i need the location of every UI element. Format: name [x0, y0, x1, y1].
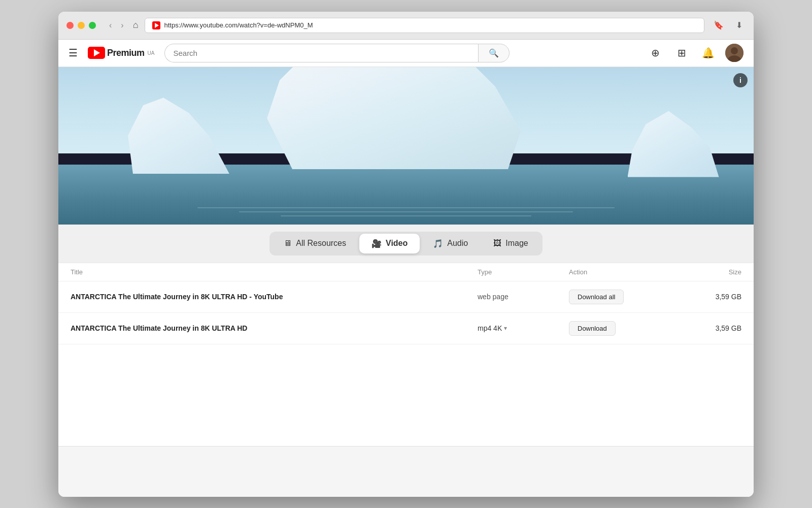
youtube-logo-icon [88, 47, 105, 59]
col-size: Size [681, 268, 741, 276]
site-favicon [152, 21, 160, 29]
col-action: Action [569, 268, 681, 276]
tab-image[interactable]: 🖼 Image [481, 234, 540, 253]
row-2-action: Download [569, 321, 681, 336]
tab-video-label: Video [386, 239, 408, 248]
youtube-logo[interactable]: Premium UA [88, 47, 154, 59]
forward-button[interactable]: › [118, 20, 126, 31]
svg-point-1 [731, 47, 738, 54]
youtube-logo-text: Premium [107, 48, 145, 58]
chevron-down-icon[interactable]: ▾ [504, 325, 507, 332]
search-input[interactable] [164, 44, 478, 62]
apps-button[interactable]: ⊞ [672, 44, 691, 62]
notifications-button[interactable]: 🔔 [699, 44, 717, 62]
table-header: Title Type Action Size [58, 263, 754, 281]
browser-window: ‹ › ⌂ https://www.youtube.com/watch?v=de… [58, 12, 754, 497]
tab-all-resources-label: All Resources [296, 239, 346, 248]
col-type: Type [478, 268, 569, 276]
row-2-size: 3,59 GB [681, 324, 741, 332]
video-icon: 🎥 [371, 239, 382, 248]
bottom-section [58, 446, 754, 497]
row-2-type-text: mp4 4K [478, 324, 502, 332]
download-button[interactable]: Download [569, 321, 616, 336]
create-button[interactable]: ⊕ [646, 44, 664, 62]
all-resources-icon: 🖥 [284, 239, 292, 248]
ua-badge: UA [148, 50, 155, 56]
search-container: 🔍 [164, 44, 510, 62]
audio-icon: 🎵 [433, 239, 443, 248]
row-1-size: 3,59 GB [681, 293, 741, 301]
row-1-title: ANTARCTICA The Ultimate Journey in 8K UL… [71, 293, 478, 301]
minimize-button[interactable] [78, 22, 85, 29]
tab-all-resources[interactable]: 🖥 All Resources [272, 234, 358, 253]
row-2-type-selector[interactable]: mp4 4K ▾ [478, 324, 569, 332]
video-player[interactable]: i [58, 67, 754, 225]
tab-audio[interactable]: 🎵 Audio [421, 234, 480, 253]
image-icon: 🖼 [493, 239, 501, 248]
reflection-lines [197, 207, 615, 216]
table-row: ANTARCTICA The Ultimate Journey in 8K UL… [58, 281, 754, 313]
browser-download-button[interactable]: ⬇ [733, 19, 746, 31]
filter-bar: 🖥 All Resources 🎥 Video 🎵 Audio 🖼 Image [58, 225, 754, 263]
tab-image-label: Image [505, 239, 528, 248]
filter-tabs: 🖥 All Resources 🎥 Video 🎵 Audio 🖼 Image [269, 232, 542, 256]
resource-table: Title Type Action Size ANTARCTICA The Ul… [58, 263, 754, 344]
header-actions: ⊕ ⊞ 🔔 [646, 44, 743, 62]
row-1-type: web page [478, 293, 569, 301]
download-all-button[interactable]: Download all [569, 290, 624, 304]
youtube-header: ☰ Premium UA 🔍 ⊕ ⊞ 🔔 [58, 40, 754, 67]
avatar[interactable] [725, 44, 743, 62]
col-title: Title [71, 268, 478, 276]
row-1-action: Download all [569, 290, 681, 304]
tab-video[interactable]: 🎥 Video [359, 234, 420, 253]
info-button[interactable]: i [733, 73, 748, 87]
window-controls [66, 22, 96, 29]
url-text: https://www.youtube.com/watch?v=de-wdNPM… [164, 21, 313, 29]
empty-area [58, 344, 754, 446]
nav-arrows: ‹ › [106, 20, 127, 31]
search-button[interactable]: 🔍 [478, 44, 510, 62]
maximize-button[interactable] [89, 22, 96, 29]
address-bar[interactable]: https://www.youtube.com/watch?v=de-wdNPM… [145, 18, 704, 33]
title-bar: ‹ › ⌂ https://www.youtube.com/watch?v=de… [58, 12, 754, 40]
back-button[interactable]: ‹ [106, 20, 115, 31]
iceberg-main [267, 67, 521, 170]
tab-audio-label: Audio [447, 239, 468, 248]
menu-button[interactable]: ☰ [69, 47, 78, 59]
row-2-title: ANTARCTICA The Ultimate Journey in 8K UL… [71, 324, 478, 332]
close-button[interactable] [66, 22, 74, 29]
table-row: ANTARCTICA The Ultimate Journey in 8K UL… [58, 313, 754, 344]
bookmark-button[interactable]: 🔖 [710, 19, 727, 31]
home-button[interactable]: ⌂ [133, 20, 139, 30]
